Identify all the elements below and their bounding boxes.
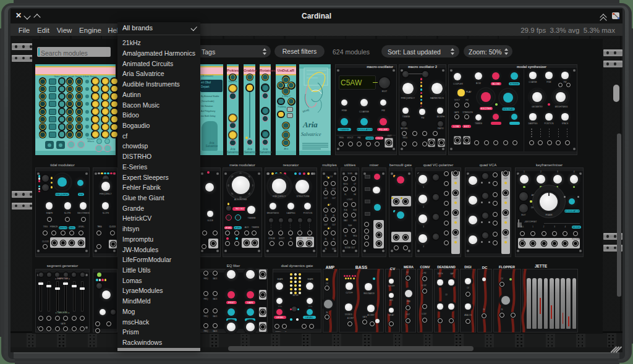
- svg-text:BEME: BEME: [302, 108, 310, 113]
- svg-text:Salvatrice: Salvatrice: [301, 132, 321, 137]
- svg-text:Aria: Aria: [302, 120, 318, 129]
